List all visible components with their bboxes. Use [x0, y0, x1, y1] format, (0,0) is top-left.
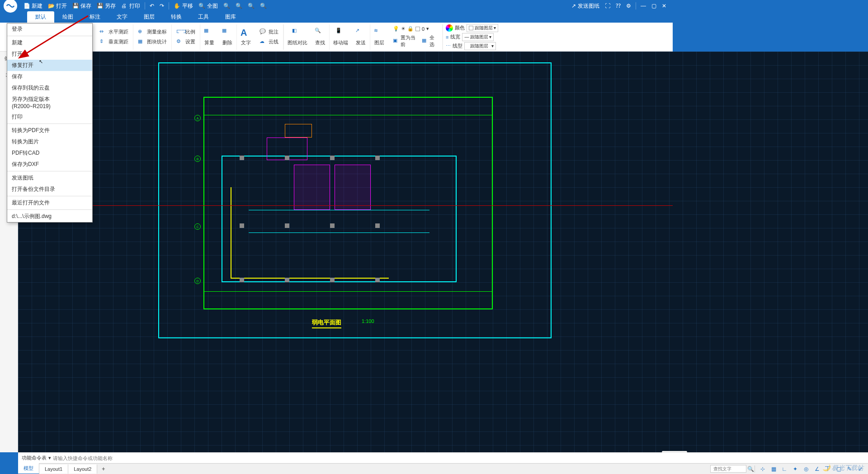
menu-open-backup-dir[interactable]: 打开备份文件目录 [7, 184, 92, 195]
mobile-icon: 📱 [335, 28, 346, 38]
folder-open-icon: 📂 [48, 3, 54, 9]
hand-icon: ✋ [174, 3, 180, 9]
set-current-button[interactable]: ▣置为当前 ▦全选 [391, 33, 439, 49]
scale-button[interactable]: ⫍⫎比例 [175, 28, 197, 37]
layer-button[interactable]: ≋图层 [370, 26, 388, 48]
tab-default[interactable]: 默认 [27, 11, 54, 23]
floorplan: A B C D [203, 97, 493, 309]
print-icon: 🖨 [121, 3, 127, 9]
share-icon: ↗ [571, 3, 576, 9]
send-ribbon-button[interactable]: ↗发送 [352, 26, 370, 48]
close-icon: ✕ [662, 3, 666, 9]
tab-convert[interactable]: 转换 [163, 11, 190, 23]
gear-icon: ⚙ [176, 38, 184, 46]
help-icon: ⁇ [616, 3, 621, 9]
layers-icon: ≋ [374, 28, 385, 38]
lineweight-select[interactable]: —跟随图层▾ [462, 33, 494, 41]
close-button[interactable]: ✕ [659, 3, 669, 9]
menu-save-dxf[interactable]: 保存为DXF [7, 159, 92, 170]
menu-print[interactable]: 打印 [7, 111, 92, 123]
menu-save-version[interactable]: 另存为指定版本(R2000~R2019) [7, 94, 92, 111]
color-select[interactable]: 跟随图层▾ [467, 24, 498, 32]
send-icon: ↗ [355, 28, 366, 38]
chevron-down-icon: ▾ [489, 34, 491, 39]
save-icon: 💾 [72, 3, 79, 9]
menu-open[interactable]: 打开 [7, 48, 92, 60]
calc-button[interactable]: ▦算量 [200, 26, 218, 48]
app-logo[interactable] [4, 0, 17, 13]
fullscreen-button[interactable]: ⛶ [602, 3, 613, 9]
zoom-prev-button[interactable]: 🔍 [257, 3, 269, 9]
delete-button[interactable]: ▦删除 [218, 26, 236, 48]
menu-save-cloud[interactable]: 保存到我的云盘 [7, 82, 92, 94]
settings-button[interactable]: ⚙ [623, 3, 634, 9]
zoom-window-button[interactable]: 🔍 [245, 3, 257, 9]
find-button[interactable]: 🔍查找 [311, 26, 329, 48]
calc-icon: ▦ [204, 28, 215, 38]
fullscreen-icon: ⛶ [605, 3, 610, 9]
tab-layer[interactable]: 图层 [136, 11, 163, 23]
coord-icon: ⊕ [138, 28, 145, 36]
menu-login[interactable]: 登录 [7, 24, 92, 35]
zoom-in-button[interactable]: 🔍 [221, 3, 233, 9]
drawing-scale: 1:100 [362, 318, 374, 324]
tab-text[interactable]: 文字 [108, 11, 136, 23]
undo-button[interactable]: ↶ [147, 3, 157, 9]
find-icon: 🔍 [315, 28, 326, 38]
ribbon: ⇔水平测距 ⇕垂直测距 ⊕测量坐标 ▦图块统计 ⫍⫎比例 ⚙设置 ▦算量 ▦删除… [0, 23, 673, 52]
text-icon: A [241, 28, 251, 38]
ribbon-tabs: 默认 绘图 标注 文字 图层 转换 工具 图库 [0, 12, 673, 23]
tab-tool[interactable]: 工具 [190, 11, 217, 23]
batch-button[interactable]: 💬批注 [258, 28, 280, 37]
cloud-button[interactable]: ☁云线 [258, 38, 280, 47]
menu-new[interactable]: 新建 [7, 37, 92, 48]
zoom-out-button[interactable]: 🔍 [233, 3, 245, 9]
blockstat-button[interactable]: ▦图块统计 [136, 38, 169, 47]
linetype-label: 线型 [453, 43, 462, 49]
vdist-icon: ⇕ [99, 38, 107, 46]
menu-to-image[interactable]: 转换为图片 [7, 136, 92, 147]
new-file-icon: 📄 [24, 3, 30, 9]
zoom-extents-button[interactable]: 🔍全图 [196, 2, 221, 10]
drawing-canvas[interactable]: A B C D 弱电平面图 1:100 [18, 52, 673, 367]
menu-send-drawing[interactable]: 发送图纸 [7, 172, 92, 184]
bulb-icon: 💡 [393, 26, 399, 32]
layer-state-toolbar[interactable]: 💡☀🔒 0 ▾ [391, 25, 439, 33]
chevron-down-icon: ▾ [494, 25, 496, 30]
tab-annotate[interactable]: 标注 [81, 11, 108, 23]
tab-draw[interactable]: 绘图 [54, 11, 81, 23]
vdist-button[interactable]: ⇕垂直测距 [98, 38, 130, 47]
file-menu-dropdown: 登录 新建 打开 修复打开 保存 保存到我的云盘 另存为指定版本(R2000~R… [7, 23, 93, 223]
linetype-select[interactable]: 跟随图层▾ [464, 42, 496, 50]
settings-ribbon-button[interactable]: ⚙设置 [175, 38, 197, 47]
red-guide-line [18, 205, 673, 206]
print-button[interactable]: 🖨打印 [118, 2, 143, 10]
menu-pdf-to-cad[interactable]: PDF转CAD [7, 147, 92, 159]
help-button[interactable]: ⁇ [613, 3, 623, 9]
menu-save[interactable]: 保存 [7, 71, 92, 82]
maximize-button[interactable]: ▢ [649, 3, 659, 9]
pan-button[interactable]: ✋平移 [171, 2, 196, 10]
send-drawing-button[interactable]: ↗发送图纸 [569, 2, 602, 10]
menu-repair-open[interactable]: 修复打开 [7, 60, 92, 71]
menu-recent-file-1[interactable]: d:\...\示例图.dwg [7, 211, 92, 222]
open-button[interactable]: 📂打开 [45, 2, 70, 10]
redo-button[interactable]: ↷ [157, 3, 167, 9]
menu-to-pdf[interactable]: 转换为PDF文件 [7, 125, 92, 136]
undo-icon: ↶ [150, 3, 154, 9]
new-button[interactable]: 📄新建 [21, 2, 45, 10]
save-button[interactable]: 💾保存 [70, 2, 94, 10]
hdist-button[interactable]: ⇔水平测距 [98, 28, 130, 37]
coord-button[interactable]: ⊕测量坐标 [136, 28, 169, 37]
text-button[interactable]: A文字 [237, 26, 255, 48]
minimize-button[interactable]: — [638, 3, 649, 9]
menu-recent-files[interactable]: 最近打开的文件 [7, 197, 92, 209]
compare-button[interactable]: ◧图纸对比 [284, 26, 311, 48]
lock-icon: 🔒 [407, 26, 414, 32]
chevron-down-icon: ▾ [491, 43, 494, 48]
mobile-button[interactable]: 📱移动端 [330, 26, 352, 48]
color-label: 颜色 [455, 24, 465, 31]
saveas-button[interactable]: 💾另存 [94, 2, 118, 10]
tab-gallery[interactable]: 图库 [217, 11, 244, 23]
gear-icon: ⚙ [626, 3, 631, 9]
